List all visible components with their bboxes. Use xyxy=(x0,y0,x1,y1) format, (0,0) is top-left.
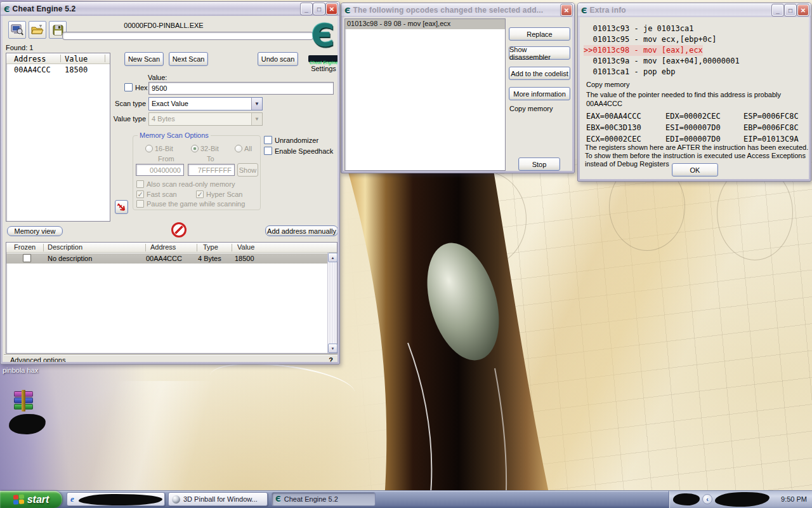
next-scan-button[interactable]: Next Scan xyxy=(169,52,208,66)
minimize-button[interactable]: _ xyxy=(772,4,783,16)
register-edx: EDX=00002CEC xyxy=(665,110,721,122)
add-to-codelist-button[interactable]: Add to the codelist xyxy=(509,67,570,80)
freeze-checkbox[interactable] xyxy=(23,254,31,262)
cheat-table-header[interactable]: Frozen Description Address Type Value xyxy=(6,243,337,253)
chevron-down-icon[interactable]: ▼ xyxy=(251,98,262,110)
col-frozen[interactable]: Frozen xyxy=(14,243,36,251)
readonly-label: Also scan read-only memory xyxy=(147,180,235,188)
cheat-engine-app-icon: Є xyxy=(581,6,587,15)
red-arrow-icon xyxy=(117,203,126,212)
task-label: Cheat Engine 5.2 xyxy=(284,495,338,503)
close-button[interactable]: ✕ xyxy=(326,3,337,15)
taskbar-item-browser[interactable]: e xyxy=(67,492,165,506)
select-process-button[interactable] xyxy=(8,21,26,39)
stop-sign-icon[interactable] xyxy=(171,222,187,237)
close-button[interactable]: ✕ xyxy=(561,4,572,16)
maximize-button[interactable]: □ xyxy=(785,4,796,16)
found-list-header[interactable]: Address Value xyxy=(6,53,110,64)
minimize-button[interactable]: _ xyxy=(301,3,312,15)
wallpaper-dark-curve xyxy=(333,159,587,508)
stop-button[interactable]: Stop xyxy=(518,157,560,171)
table-row[interactable]: No description 00AA4CCC 4 Bytes 18500 xyxy=(6,253,327,264)
radio-32bit xyxy=(191,145,199,152)
settings-link[interactable]: Settings xyxy=(308,65,337,72)
hyper-scan-label: Hyper Scan xyxy=(206,190,242,198)
tray-chevron-button[interactable]: ‹ xyxy=(702,494,712,504)
winrar-archive-icon[interactable] xyxy=(14,391,36,411)
task-label: 3D Pinball for Window... xyxy=(183,495,258,503)
scroll-up-button[interactable]: ▲ xyxy=(328,253,337,262)
cheat-table[interactable]: Frozen Description Address Type Value No… xyxy=(6,242,337,354)
pause-game-checkbox xyxy=(136,200,144,208)
scroll-down-button[interactable]: ▼ xyxy=(328,344,337,353)
pinball-icon xyxy=(172,495,180,504)
help-question-mark[interactable]: ? xyxy=(329,356,333,362)
cheat-engine-titlebar[interactable]: Є Cheat Engine 5.2 _ □ ✕ xyxy=(1,2,339,16)
taskbar-item-pinball[interactable]: 3D Pinball for Window... xyxy=(168,492,268,506)
extra-info-client: 01013c93 - je 01013ca1 01013c95 - mov ec… xyxy=(580,17,809,179)
fast-scan-checkbox: ✓ xyxy=(136,190,144,198)
found-address-list[interactable]: Address Value 00AA4CCC 18500 xyxy=(6,53,110,222)
scan-type-dropdown[interactable]: Exact Value ▼ xyxy=(148,97,263,110)
radio-16bit xyxy=(145,145,153,152)
advanced-options-label[interactable]: Advanced options xyxy=(10,356,65,362)
redacted-task-label xyxy=(79,494,162,505)
cell-type: 4 Bytes xyxy=(198,255,221,262)
cell-address: 00AA4CCC xyxy=(146,255,182,262)
value-label: Value: xyxy=(148,74,167,81)
opcode-list-item[interactable]: 01013c98 - 89 08 - mov [eax],ecx xyxy=(345,19,505,29)
register-ebx: EBX=00C3D130 xyxy=(586,122,641,133)
cheat-engine-icon: Є xyxy=(275,495,281,504)
memory-view-button[interactable]: Memory view xyxy=(7,226,63,236)
col-type[interactable]: Type xyxy=(203,243,218,251)
scan-value-input[interactable] xyxy=(148,82,334,95)
found-col-address[interactable]: Address xyxy=(14,55,46,64)
system-tray: ‹ 9:50 PM xyxy=(669,491,812,508)
found-list-row[interactable]: 00AA4CCC 18500 xyxy=(6,65,110,74)
col-address[interactable]: Address xyxy=(150,243,176,251)
replace-button[interactable]: Replace xyxy=(509,27,570,41)
undo-scan-button[interactable]: Undo scan xyxy=(258,52,298,66)
value-type-dropdown: 4 Bytes ▼ xyxy=(148,112,263,126)
taskbar-item-cheat-engine[interactable]: Є Cheat Engine 5.2 xyxy=(272,492,376,506)
pointer-value: 00AA4CCC xyxy=(586,100,622,107)
speedhack-checkbox[interactable] xyxy=(264,147,272,155)
fast-scan-label: Fast scan xyxy=(147,190,177,198)
scan-to-input[interactable]: 7FFFFFFF xyxy=(188,164,235,176)
col-description[interactable]: Description xyxy=(48,243,82,251)
add-address-manually-button[interactable]: Add address manually xyxy=(265,225,337,236)
register-ebp: EBP=0006FC8C xyxy=(743,122,799,133)
unrandomizer-checkbox[interactable] xyxy=(264,136,272,144)
chevron-down-icon: ▼ xyxy=(251,113,262,125)
show-disassembler-button[interactable]: Show disassembler xyxy=(509,46,570,60)
opcode-list[interactable]: 01013c98 - 89 08 - mov [eax],ecx xyxy=(344,18,506,171)
opcode-text: 01013c98 - 89 08 - mov [eax],ecx xyxy=(347,20,450,27)
maximize-button[interactable]: □ xyxy=(313,3,325,15)
found-col-value[interactable]: Value xyxy=(65,55,88,64)
col-value[interactable]: Value xyxy=(237,243,254,251)
memory-scan-options-group: 16-Bit 32-Bit All From To 00400000 7FFFF… xyxy=(133,135,261,210)
hex-checkbox[interactable] xyxy=(124,83,133,91)
advanced-options-bar[interactable]: Advanced options ? xyxy=(4,355,337,362)
pause-game-label: Pause the game while scanning xyxy=(147,200,245,208)
add-selected-arrow-button[interactable] xyxy=(115,200,128,214)
scan-from-input[interactable]: 00400000 xyxy=(136,164,184,176)
radio-32bit-label: 32-Bit xyxy=(200,145,219,152)
new-scan-button[interactable]: New Scan xyxy=(124,52,164,66)
memory-scan-options-title: Memory Scan Options xyxy=(138,131,211,139)
window-title: Cheat Engine 5.2 xyxy=(13,4,76,13)
start-button[interactable]: start xyxy=(0,491,62,508)
extra-info-titlebar[interactable]: Є Extra info _ □ ✕ xyxy=(578,3,811,17)
close-button[interactable]: ✕ xyxy=(797,4,809,16)
ok-button[interactable]: OK xyxy=(672,163,718,177)
table-scrollbar[interactable]: ▲ ▼ xyxy=(327,253,337,353)
extra-info-window: Є Extra info _ □ ✕ 01013c93 - je 01013ca… xyxy=(577,3,811,182)
register-esp: ESP=0006FC8C xyxy=(743,110,799,122)
more-information-button[interactable]: More information xyxy=(509,87,570,100)
copy-memory-label: Copy memory xyxy=(509,105,553,112)
windows-flag-icon xyxy=(13,494,24,505)
desktop-icon-label[interactable]: pinbola hax xyxy=(3,366,38,374)
opcodes-titlebar[interactable]: Є The following opcodes changed the sele… xyxy=(341,3,574,17)
cheat-engine-logo: Є xyxy=(306,17,337,55)
attached-process-name: 00000FD0-PINBALL.EXE xyxy=(41,22,287,29)
